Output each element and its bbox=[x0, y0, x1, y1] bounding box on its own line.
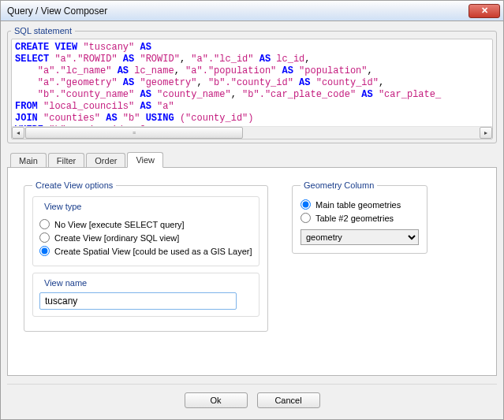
close-icon: ✕ bbox=[481, 6, 488, 15]
scroll-thumb[interactable]: ≡ bbox=[25, 127, 243, 139]
radio-create-view-label: Create View [ordinary SQL view] bbox=[54, 233, 179, 243]
tab-main[interactable]: Main bbox=[10, 153, 47, 168]
tab-bar: Main Filter Order View bbox=[7, 150, 497, 167]
view-name-legend: View name bbox=[41, 278, 90, 288]
title-bar: Query / View Composer ✕ bbox=[1, 1, 503, 21]
view-type-group: View type No View [execute SELECT query]… bbox=[32, 196, 259, 266]
sql-text-area[interactable]: CREATE VIEW "tuscany" AS SELECT "a"."ROW… bbox=[12, 39, 492, 126]
create-view-options-legend: Create View options bbox=[32, 180, 116, 190]
close-button[interactable]: ✕ bbox=[469, 4, 500, 18]
tab-order[interactable]: Order bbox=[86, 153, 125, 168]
scroll-left-arrow-icon[interactable]: ◂ bbox=[12, 127, 24, 139]
radio-table2-geometries[interactable]: Table #2 geometries bbox=[301, 213, 419, 223]
create-view-options-group: Create View options View type No View [e… bbox=[24, 180, 268, 332]
sql-text-wrap: CREATE VIEW "tuscany" AS SELECT "a"."ROW… bbox=[11, 39, 493, 139]
radio-table2-geometries-label: Table #2 geometries bbox=[315, 214, 394, 223]
radio-no-view-label: No View [execute SELECT query] bbox=[54, 220, 185, 229]
sql-statement-legend: SQL statement bbox=[11, 26, 75, 35]
scroll-right-arrow-icon[interactable]: ▸ bbox=[480, 127, 492, 139]
geometry-column-legend: Geometry Column bbox=[301, 180, 377, 190]
view-name-group: View name bbox=[32, 273, 259, 317]
radio-no-view-input[interactable] bbox=[39, 219, 50, 229]
radio-create-view[interactable]: Create View [ordinary SQL view] bbox=[39, 232, 252, 243]
dialog-button-row: Ok Cancel bbox=[7, 384, 497, 411]
dialog-window: Query / View Composer ✕ SQL statement CR… bbox=[0, 0, 504, 420]
ok-button[interactable]: Ok bbox=[185, 392, 248, 408]
tab-view[interactable]: View bbox=[127, 152, 163, 168]
view-type-legend: View type bbox=[41, 202, 85, 211]
radio-main-geometries-input[interactable] bbox=[301, 199, 311, 210]
radio-create-view-input[interactable] bbox=[39, 232, 50, 243]
radio-spatial-view-input[interactable] bbox=[39, 246, 50, 256]
radio-spatial-view[interactable]: Create Spatial View [could be used as a … bbox=[39, 246, 252, 256]
geometry-column-select[interactable]: geometry bbox=[301, 229, 419, 245]
window-title: Query / View Composer bbox=[7, 6, 469, 17]
tab-filter[interactable]: Filter bbox=[48, 153, 84, 168]
sql-statement-group: SQL statement CREATE VIEW "tuscany" AS S… bbox=[7, 26, 497, 143]
radio-spatial-view-label: Create Spatial View [could be used as a … bbox=[54, 247, 252, 256]
scroll-track[interactable]: ≡ bbox=[25, 127, 479, 139]
sql-horizontal-scrollbar[interactable]: ◂ ≡ ▸ bbox=[12, 126, 492, 139]
view-name-input[interactable] bbox=[39, 292, 237, 310]
radio-no-view[interactable]: No View [execute SELECT query] bbox=[39, 219, 252, 229]
radio-main-geometries[interactable]: Main table geometries bbox=[301, 199, 419, 210]
radio-table2-geometries-input[interactable] bbox=[301, 213, 311, 223]
tab-panel-view: Create View options View type No View [e… bbox=[7, 167, 497, 376]
cancel-button[interactable]: Cancel bbox=[257, 392, 320, 408]
radio-main-geometries-label: Main table geometries bbox=[315, 200, 401, 210]
geometry-column-group: Geometry Column Main table geometries Ta… bbox=[292, 180, 427, 254]
dialog-content: SQL statement CREATE VIEW "tuscany" AS S… bbox=[1, 21, 503, 419]
